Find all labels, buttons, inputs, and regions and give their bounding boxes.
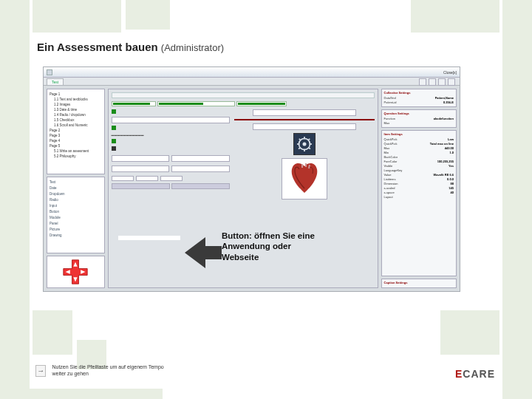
- title-main: Ein Assessment bauen: [37, 41, 158, 53]
- title-sub: (Administrator): [161, 42, 224, 53]
- svg-rect-7: [304, 149, 305, 151]
- page-tree[interactable]: Page 1 1.1 Text and textblocks 1.2 Image…: [47, 89, 105, 174]
- progress-bar: [112, 101, 156, 106]
- progress-bar: [236, 101, 287, 106]
- section-item[interactable]: Item Settings: [384, 132, 454, 137]
- close-label[interactable]: Close[x]: [443, 70, 457, 75]
- annotation-highlight: [118, 236, 180, 240]
- toolbar-btn-2[interactable]: [429, 78, 436, 86]
- control-palette[interactable]: Text Date Dropdown Radio Input Button Mo…: [47, 177, 105, 253]
- progress-bar: [157, 101, 235, 106]
- annotation-arrow: [183, 233, 222, 276]
- color-swatch-black: [112, 146, 116, 151]
- annotation-label: Button: öffnen Sie eine Anwendung oder W…: [222, 231, 318, 262]
- svg-marker-15: [185, 237, 222, 268]
- separator-line: [234, 119, 375, 120]
- hint-text: Nutzen Sie die Pfeiltaste um auf eigenem…: [52, 364, 168, 377]
- field-input[interactable]: [253, 109, 356, 116]
- arrow-key-icon: →: [35, 365, 46, 377]
- section-collective[interactable]: Collective Settings: [384, 91, 454, 95]
- section-caption[interactable]: Caption Settings: [384, 281, 454, 285]
- heart-anatomy-icon: [286, 162, 323, 196]
- svg-rect-8: [297, 143, 299, 145]
- svg-rect-6: [304, 137, 305, 139]
- keyboard-hint: → Nutzen Sie die Pfeiltaste um auf eigen…: [35, 364, 168, 377]
- svg-point-14: [302, 143, 306, 146]
- page-title: Ein Assessment bauen (Administrator): [37, 41, 495, 53]
- svg-rect-9: [309, 143, 311, 145]
- app-icon: [47, 69, 52, 75]
- tab-test[interactable]: Test: [47, 78, 64, 85]
- toolbar-btn-3[interactable]: [438, 78, 446, 86]
- toolbar-btn-1[interactable]: [419, 78, 426, 86]
- prop-row[interactable]: Layout: [384, 195, 454, 200]
- properties-panel: Collective Settings DataGridPatient,Name…: [381, 89, 457, 288]
- nav-cross[interactable]: [47, 256, 105, 288]
- plus-cross-icon: [62, 259, 89, 285]
- app-launch-button[interactable]: [293, 133, 316, 155]
- window-titlebar: Close[x]: [44, 67, 460, 78]
- ecare-logo: ECARE: [455, 368, 495, 380]
- tab-strip: Test: [44, 78, 460, 86]
- color-swatch-green: [112, 109, 116, 114]
- arrow-left-icon: [183, 233, 222, 273]
- section-question[interactable]: Question Settings: [384, 112, 454, 116]
- gear-icon: [297, 137, 312, 151]
- editor-toolbar: [419, 78, 455, 86]
- heart-image: [282, 158, 327, 200]
- toolbar-btn-4[interactable]: [448, 78, 455, 86]
